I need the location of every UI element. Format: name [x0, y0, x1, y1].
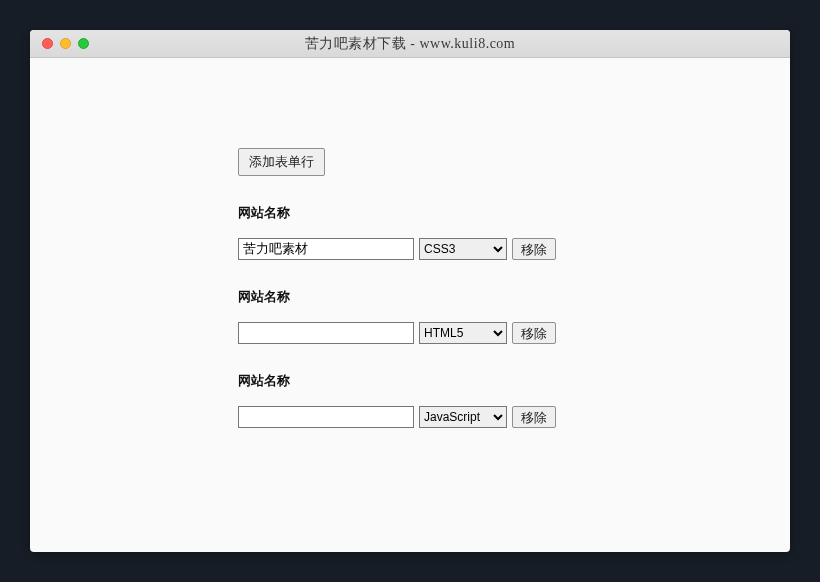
app-window: 苦力吧素材下载 - www.kuli8.com 添加表单行 网站名称 CSS3 …	[30, 30, 790, 552]
window-title: 苦力吧素材下载 - www.kuli8.com	[30, 35, 790, 53]
field-label: 网站名称	[238, 372, 790, 390]
field-label: 网站名称	[238, 288, 790, 306]
form-row: 网站名称 CSS3 移除	[238, 204, 790, 260]
close-icon[interactable]	[42, 38, 53, 49]
content-area: 添加表单行 网站名称 CSS3 移除 网站名称 HTML5 移除 网站名	[30, 58, 790, 428]
titlebar: 苦力吧素材下载 - www.kuli8.com	[30, 30, 790, 58]
field-label: 网站名称	[238, 204, 790, 222]
form-controls: CSS3 移除	[238, 238, 790, 260]
site-name-input[interactable]	[238, 238, 414, 260]
form-controls: HTML5 移除	[238, 322, 790, 344]
tech-select[interactable]: CSS3	[419, 238, 507, 260]
traffic-lights	[42, 38, 89, 49]
add-row-button[interactable]: 添加表单行	[238, 148, 325, 176]
tech-select[interactable]: JavaScript	[419, 406, 507, 428]
remove-button[interactable]: 移除	[512, 322, 556, 344]
remove-button[interactable]: 移除	[512, 238, 556, 260]
form-row: 网站名称 HTML5 移除	[238, 288, 790, 344]
tech-select[interactable]: HTML5	[419, 322, 507, 344]
minimize-icon[interactable]	[60, 38, 71, 49]
remove-button[interactable]: 移除	[512, 406, 556, 428]
site-name-input[interactable]	[238, 322, 414, 344]
site-name-input[interactable]	[238, 406, 414, 428]
form-row: 网站名称 JavaScript 移除	[238, 372, 790, 428]
form-controls: JavaScript 移除	[238, 406, 790, 428]
maximize-icon[interactable]	[78, 38, 89, 49]
